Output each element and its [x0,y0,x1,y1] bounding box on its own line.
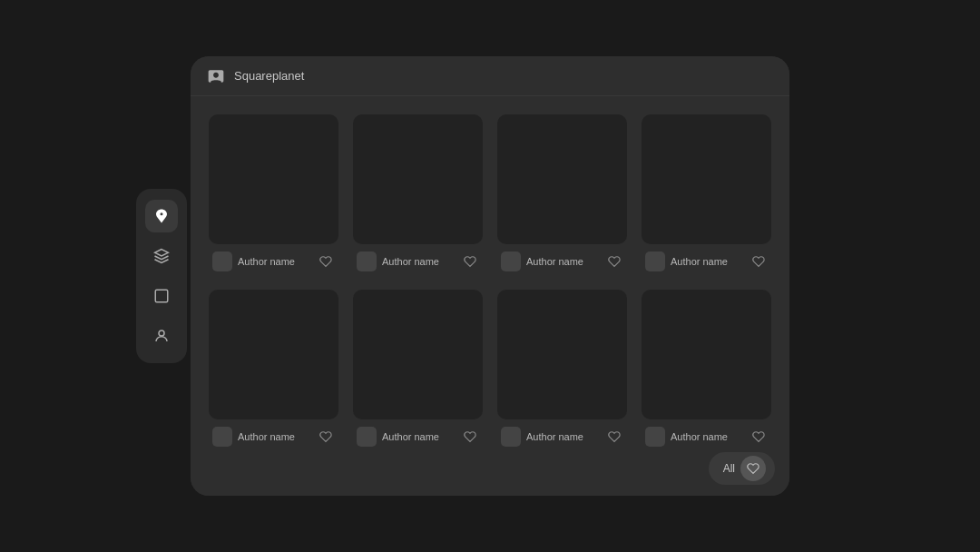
card-2: Author name [353,114,483,275]
card-author-3: Author name [526,256,600,267]
card-avatar-6 [357,427,377,447]
card-avatar-8 [645,427,665,447]
card-image-3 [497,114,627,244]
card-author-4: Author name [671,256,744,267]
card-footer-5: Author name [209,419,338,450]
card-heart-2[interactable] [461,252,479,271]
card-image-2 [353,114,483,244]
card-footer-7: Author name [497,419,627,450]
card-avatar-4 [645,251,665,271]
card-footer-4: Author name [642,244,771,275]
card-avatar-7 [501,427,521,447]
card-6: Author name [353,290,483,450]
card-avatar-3 [501,251,521,271]
sidebar-item-square[interactable] [145,280,178,312]
content-area: Author name Author name [191,96,789,496]
card-image-8 [642,290,771,419]
card-avatar-1 [212,251,232,271]
card-heart-5[interactable] [317,428,335,446]
card-author-8: Author name [671,431,744,442]
sidebar [136,189,187,363]
card-1: Author name [209,114,338,275]
header: Squareplanet [191,56,789,96]
bottom-heart-button[interactable] [740,456,766,481]
card-4: Author name [642,114,771,275]
sidebar-item-user[interactable] [145,320,178,352]
card-footer-2: Author name [353,244,483,275]
svg-point-1 [159,330,164,336]
sidebar-item-logo[interactable] [145,200,178,232]
svg-rect-0 [155,290,168,302]
card-heart-4[interactable] [750,252,768,271]
card-heart-1[interactable] [317,252,335,271]
card-7: Author name [497,290,627,450]
card-heart-8[interactable] [750,428,768,446]
card-image-1 [209,114,338,244]
main-window: Squareplanet Author name [191,56,789,496]
card-grid: Author name Author name [209,114,771,450]
card-author-7: Author name [526,431,600,442]
card-footer-8: Author name [642,419,771,450]
card-image-6 [353,290,483,419]
app-container: Squareplanet Author name [191,56,789,496]
card-author-1: Author name [238,256,311,267]
card-heart-6[interactable] [461,428,479,446]
card-author-6: Author name [382,431,456,442]
header-title: Squareplanet [234,69,304,83]
all-filter-label[interactable]: All [723,462,735,475]
card-author-5: Author name [238,431,311,442]
header-logo-icon [205,65,227,87]
card-5: Author name [209,290,338,450]
card-image-5 [209,290,338,419]
card-avatar-5 [212,427,232,447]
card-image-7 [497,290,627,419]
card-footer-1: Author name [209,244,338,275]
card-footer-6: Author name [353,419,483,450]
card-heart-3[interactable] [605,252,623,271]
card-footer-3: Author name [497,244,627,275]
bottom-bar: All [709,452,775,485]
card-3: Author name [497,114,627,275]
card-author-2: Author name [382,256,456,267]
card-heart-7[interactable] [605,428,623,446]
card-8: Author name [642,290,771,450]
card-image-4 [642,114,771,244]
card-avatar-2 [357,251,377,271]
sidebar-item-layers[interactable] [145,240,178,272]
